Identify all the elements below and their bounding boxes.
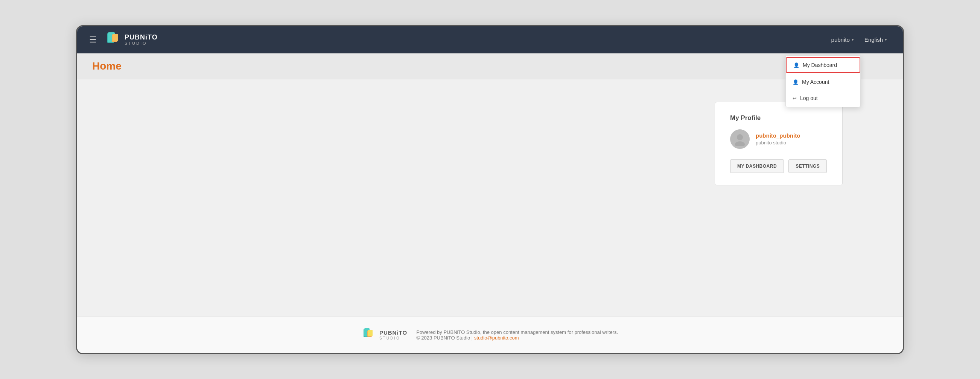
footer-logo-title: PUBNiTO — [379, 329, 407, 336]
svg-point-5 — [737, 134, 743, 140]
logout-icon: ↩ — [792, 95, 797, 101]
user-label: pubnito — [831, 36, 850, 43]
dropdown-label-logout: Log out — [800, 95, 818, 101]
profile-info: pubnito_pubnito pubnito studio — [730, 129, 827, 149]
navbar-right: pubnito ▾ English ▾ 👤 My Dashboard 👤 My … — [827, 34, 891, 45]
footer-logo-text: PUBNiTO STUDIO — [379, 329, 407, 341]
profile-card: My Profile pubnito_pubnito pubnito studi… — [715, 102, 843, 186]
page-header: Home — [77, 53, 903, 79]
svg-rect-10 — [368, 330, 372, 336]
logo-subtitle: STUDIO — [124, 41, 158, 46]
navbar: ☰ PUBNiTO STUDIO — [77, 26, 903, 53]
svg-point-6 — [735, 141, 745, 146]
lang-chevron-icon: ▾ — [885, 37, 887, 42]
navbar-left: ☰ PUBNiTO STUDIO — [89, 31, 158, 49]
profile-username: pubnito_pubnito — [756, 132, 800, 139]
logo-area[interactable]: PUBNiTO STUDIO — [104, 31, 158, 49]
footer-email-link[interactable]: studio@pubnito.com — [474, 335, 519, 341]
page-body: My Profile pubnito_pubnito pubnito studi… — [77, 79, 903, 208]
dropdown-item-logout[interactable]: ↩ Log out — [786, 91, 860, 105]
profile-studio: pubnito studio — [756, 140, 800, 146]
profile-settings-button[interactable]: SETTINGS — [788, 159, 827, 173]
profile-details: pubnito_pubnito pubnito studio — [756, 132, 800, 146]
user-menu-button[interactable]: pubnito ▾ — [827, 34, 858, 45]
browser-window: ☰ PUBNiTO STUDIO — [76, 25, 904, 354]
account-icon: 👤 — [792, 79, 799, 85]
footer-logo-area: PUBNiTO STUDIO — [362, 327, 407, 343]
dropdown-item-my-account[interactable]: 👤 My Account — [786, 75, 860, 89]
profile-card-title: My Profile — [730, 114, 827, 122]
avatar — [730, 129, 750, 149]
footer-powered-text: Powered by PUBNiTO Studio, the open cont… — [416, 329, 618, 335]
lang-label: English — [864, 36, 883, 43]
footer-logo-icon — [362, 327, 375, 343]
dropdown-label-my-account: My Account — [802, 79, 829, 85]
logo-title: PUBNiTO — [124, 34, 158, 41]
logo-icon — [104, 31, 121, 49]
page-footer: PUBNiTO STUDIO Powered by PUBNiTO Studio… — [77, 317, 903, 353]
user-dropdown-menu: 👤 My Dashboard 👤 My Account ↩ Log out — [786, 55, 861, 107]
footer-copyright: © 2023 PUBNiTO Studio | — [416, 335, 474, 341]
dropdown-item-my-dashboard[interactable]: 👤 My Dashboard — [786, 57, 860, 73]
footer-text: Powered by PUBNiTO Studio, the open cont… — [416, 329, 618, 341]
language-menu-button[interactable]: English ▾ — [861, 34, 891, 45]
dropdown-divider-1 — [786, 74, 860, 74]
dropdown-divider-2 — [786, 90, 860, 90]
logo-text: PUBNiTO STUDIO — [124, 34, 158, 46]
footer-logo-sub: STUDIO — [379, 336, 407, 341]
dropdown-label-my-dashboard: My Dashboard — [803, 62, 837, 68]
user-chevron-icon: ▾ — [852, 37, 854, 42]
dashboard-icon: 👤 — [793, 62, 799, 68]
profile-actions: MY DASHBOARD SETTINGS — [730, 159, 827, 173]
profile-dashboard-button[interactable]: MY DASHBOARD — [730, 159, 784, 173]
page-content: Home My Profile pubnito_pubnito pubnito … — [77, 53, 903, 317]
page-title: Home — [92, 60, 888, 72]
svg-marker-4 — [113, 34, 118, 41]
hamburger-icon[interactable]: ☰ — [89, 35, 97, 45]
